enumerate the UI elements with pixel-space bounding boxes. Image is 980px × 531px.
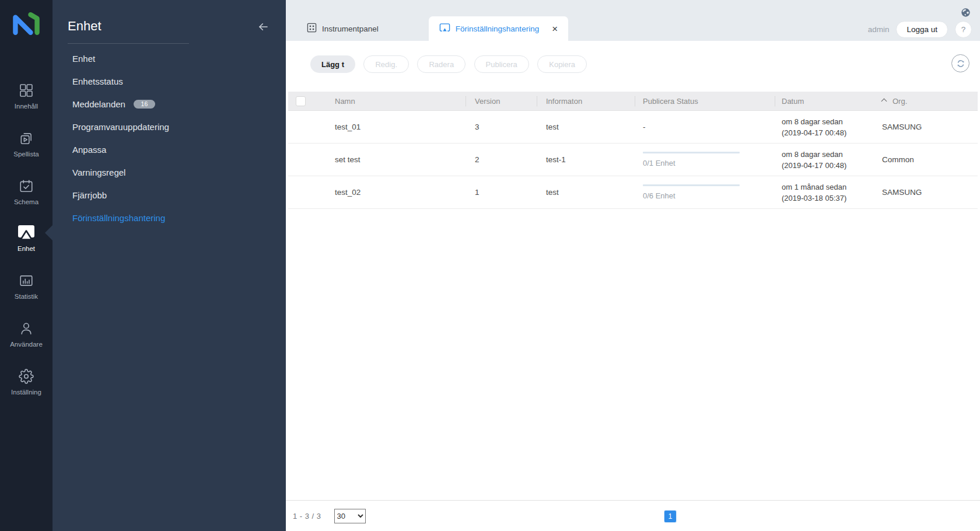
playlist-icon — [0, 130, 52, 147]
table-row[interactable]: test_01 3 test - om 8 dagar sedan (2019-… — [288, 111, 978, 144]
cell-publish-status: 0/1 Enhet — [635, 152, 775, 167]
publish-progress-bar — [643, 184, 740, 186]
user-area: admin Logga ut ? — [868, 21, 972, 38]
preset-table: Namn Version Informaton Publicera Status… — [288, 92, 978, 209]
sidebar-divider — [68, 43, 189, 44]
column-header-information[interactable]: Informaton — [537, 92, 635, 111]
notification-count-badge: 16 — [134, 100, 155, 109]
dashboard-icon — [307, 23, 317, 34]
cell-publish-status: 0/6 Enhet — [635, 184, 775, 200]
app-window: Innehåll Spellista Schema — [0, 0, 980, 531]
delete-button[interactable]: Radera — [417, 55, 466, 73]
language-globe-icon[interactable] — [961, 8, 971, 20]
table-header-row: Namn Version Informaton Publicera Status… — [288, 92, 978, 111]
icon-rail: Innehåll Spellista Schema — [0, 0, 52, 531]
sidebar-item-varningsregel[interactable]: Varningsregel — [52, 161, 286, 184]
column-header-org[interactable]: Org. — [878, 92, 978, 111]
statistics-icon — [0, 272, 52, 289]
select-all-checkbox[interactable] — [296, 96, 306, 106]
settings-gear-icon — [0, 368, 52, 385]
sidebar-item-anpassa[interactable]: Anpassa — [52, 138, 286, 161]
sidebar-item-fjarrjobb[interactable]: Fjärrjobb — [52, 184, 286, 207]
copy-button[interactable]: Kopiera — [537, 55, 587, 73]
schedule-calendar-icon — [0, 177, 52, 195]
tab-label: Förinställningshantering — [456, 25, 539, 33]
rail-item-schedule[interactable]: Schema — [0, 177, 52, 205]
user-icon — [0, 320, 52, 337]
edit-button[interactable]: Redig. — [363, 55, 409, 73]
rail-item-label: Inställning — [0, 389, 52, 396]
sidebar-item-programvaruuppdatering[interactable]: Programvaruuppdatering — [52, 116, 286, 138]
tab-bar: Instrumentpanel Förinställningshantering… — [307, 16, 568, 41]
publish-progress-bar — [643, 152, 740, 153]
column-header-publish-status[interactable]: Publicera Status — [635, 92, 775, 111]
cell-org: Common — [878, 155, 978, 164]
rail-item-label: Schema — [0, 198, 52, 205]
sort-ascending-icon — [881, 98, 887, 104]
row-range-label: 1 - 3 / 3 — [293, 512, 321, 520]
table-footer: 1 - 3 / 3 30 1 — [286, 500, 980, 531]
rail-item-label: Statistik — [0, 293, 52, 300]
pagination-page-1[interactable]: 1 — [664, 511, 676, 522]
tab-close-icon[interactable]: × — [552, 24, 558, 34]
cell-information: test-1 — [537, 155, 635, 164]
tab-instrumentpanel[interactable]: Instrumentpanel — [307, 16, 391, 41]
cell-date: om 8 dagar sedan (2019-04-17 00:48) — [775, 149, 878, 171]
sidebar-title: Enhet — [68, 19, 271, 34]
add-button[interactable]: Lägg t — [310, 55, 355, 73]
cell-date: om 1 månad sedan (2019-03-18 05:37) — [775, 181, 878, 204]
cell-name: test_01 — [314, 123, 466, 131]
cell-information: test — [537, 123, 635, 131]
rail-item-label: Användare — [0, 341, 52, 348]
cell-org: SAMSUNG — [878, 188, 978, 197]
rail-item-label: Innehåll — [0, 103, 52, 110]
cell-name: test_02 — [314, 188, 466, 197]
logout-button[interactable]: Logga ut — [896, 21, 948, 38]
rail-item-statistics[interactable]: Statistik — [0, 272, 52, 300]
rail-item-users[interactable]: Användare — [0, 320, 52, 348]
cell-org: SAMSUNG — [878, 123, 978, 131]
sidebar-item-forinstallningshantering[interactable]: Förinställningshantering — [52, 207, 286, 229]
rail-item-label: Enhet — [0, 245, 52, 252]
preset-management-content: Lägg t Redig. Radera Publicera Kopiera N — [286, 41, 980, 531]
column-header-name[interactable]: Namn — [314, 92, 466, 111]
refresh-button[interactable] — [951, 54, 970, 72]
cell-version: 2 — [466, 155, 537, 164]
main-area: admin Logga ut ? Instrumentpanel — [286, 0, 980, 531]
cell-name: set test — [314, 155, 466, 164]
rail-item-playlist[interactable]: Spellista — [0, 130, 52, 158]
cell-date: om 8 dagar sedan (2019-04-17 00:48) — [775, 116, 878, 138]
magicinfo-logo-icon[interactable] — [10, 8, 43, 41]
rail-item-label: Spellista — [0, 151, 52, 158]
toolbar: Lägg t Redig. Radera Publicera Kopiera — [286, 41, 980, 79]
sidebar-item-meddelanden[interactable]: Meddelanden16 — [52, 93, 286, 116]
sidebar-menu: Enhet Enhetsstatus Meddelanden16 Program… — [52, 47, 286, 229]
sidebar-collapse-arrow-icon[interactable] — [257, 21, 270, 35]
tab-label: Instrumentpanel — [322, 25, 379, 33]
content-grid-icon — [0, 82, 52, 99]
help-button[interactable]: ? — [955, 21, 972, 38]
preset-monitor-icon — [439, 22, 450, 35]
cell-version: 1 — [466, 188, 537, 197]
table-row[interactable]: set test 2 test-1 0/1 Enhet om 8 dagar s… — [288, 144, 978, 176]
tab-forinstallningshantering[interactable]: Förinställningshantering × — [429, 16, 568, 41]
column-header-version[interactable]: Version — [466, 92, 537, 111]
page-size-select[interactable]: 30 — [334, 509, 366, 523]
cell-information: test — [537, 188, 635, 197]
sidebar-item-enhetsstatus[interactable]: Enhetsstatus — [52, 70, 286, 93]
column-header-date[interactable]: Datum — [775, 92, 878, 111]
sidebar-item-enhet[interactable]: Enhet — [52, 47, 286, 70]
username-label: admin — [868, 25, 890, 34]
publish-button[interactable]: Publicera — [474, 55, 529, 73]
rail-item-settings[interactable]: Inställning — [0, 368, 52, 396]
rail-item-content[interactable]: Innehåll — [0, 82, 52, 110]
device-sidebar: Enhet Enhet Enhetsstatus Meddelanden16 P… — [52, 0, 286, 531]
topbar: admin Logga ut ? Instrumentpanel — [286, 0, 980, 41]
cell-version: 3 — [466, 123, 537, 131]
cell-publish-status: - — [635, 123, 775, 131]
active-item-notch — [45, 225, 52, 240]
table-row[interactable]: test_02 1 test 0/6 Enhet om 1 månad seda… — [288, 176, 978, 209]
